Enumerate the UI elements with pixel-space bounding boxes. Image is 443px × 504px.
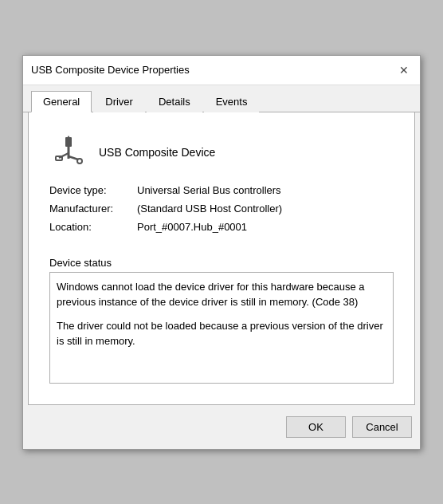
- dialog-window: USB Composite Device Properties ✕ Genera…: [22, 55, 421, 450]
- manufacturer-value: (Standard USB Host Controller): [137, 203, 282, 215]
- info-row-device-type: Device type: Universal Serial Bus contro…: [49, 184, 394, 196]
- tab-content: USB Composite Device Device type: Univer…: [28, 112, 415, 405]
- svg-rect-3: [56, 156, 62, 160]
- svg-point-5: [77, 159, 82, 163]
- manufacturer-label: Manufacturer:: [49, 203, 137, 215]
- device-status-section: Device status Windows cannot load the de…: [49, 257, 394, 384]
- device-name: USB Composite Device: [99, 146, 215, 159]
- footer: OK Cancel: [23, 405, 420, 449]
- status-message-2: The driver could not be loaded because a…: [57, 318, 386, 349]
- title-bar: USB Composite Device Properties ✕: [23, 56, 420, 85]
- device-status-box[interactable]: Windows cannot load the device driver fo…: [49, 272, 394, 384]
- device-type-value: Universal Serial Bus controllers: [137, 184, 281, 196]
- status-message-1: Windows cannot load the device driver fo…: [57, 279, 386, 310]
- close-button[interactable]: ✕: [396, 62, 412, 78]
- location-value: Port_#0007.Hub_#0001: [137, 221, 247, 233]
- title-bar-text: USB Composite Device Properties: [31, 64, 190, 76]
- tab-driver[interactable]: Driver: [93, 91, 145, 112]
- cancel-button[interactable]: Cancel: [352, 416, 412, 438]
- tab-general[interactable]: General: [31, 91, 92, 112]
- info-row-location: Location: Port_#0007.Hub_#0001: [49, 221, 394, 233]
- device-info: Device type: Universal Serial Bus contro…: [41, 184, 402, 252]
- ok-button[interactable]: OK: [286, 416, 346, 438]
- tab-events[interactable]: Events: [204, 91, 260, 112]
- location-label: Location:: [49, 221, 137, 233]
- svg-line-4: [69, 156, 78, 159]
- device-icon: [49, 133, 88, 171]
- device-status-label: Device status: [49, 257, 394, 269]
- info-row-manufacturer: Manufacturer: (Standard USB Host Control…: [49, 203, 394, 215]
- tab-bar: General Driver Details Events: [23, 85, 420, 112]
- tab-details[interactable]: Details: [147, 91, 202, 112]
- device-header: USB Composite Device: [41, 125, 402, 184]
- device-type-label: Device type:: [49, 184, 137, 196]
